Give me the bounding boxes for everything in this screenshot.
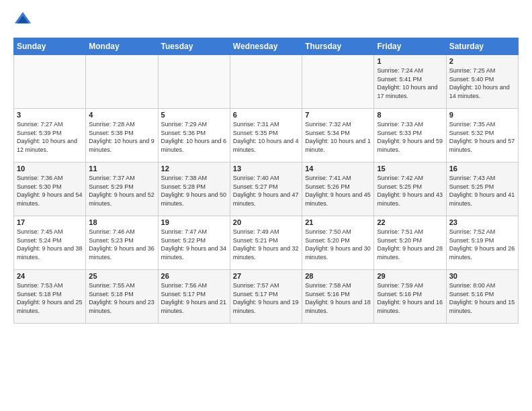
- day-info: Sunrise: 7:41 AM Sunset: 5:26 PM Dayligh…: [305, 174, 371, 208]
- day-cell: 24Sunrise: 7:53 AM Sunset: 5:18 PM Dayli…: [14, 270, 86, 324]
- day-info: Sunrise: 7:57 AM Sunset: 5:17 PM Dayligh…: [233, 281, 299, 315]
- day-number: 19: [161, 218, 227, 226]
- day-info: Sunrise: 7:53 AM Sunset: 5:18 PM Dayligh…: [17, 281, 83, 315]
- day-cell: [86, 55, 158, 109]
- day-number: 28: [305, 272, 371, 280]
- day-info: Sunrise: 7:40 AM Sunset: 5:27 PM Dayligh…: [233, 174, 299, 208]
- day-cell: 7Sunrise: 7:32 AM Sunset: 5:34 PM Daylig…: [302, 109, 374, 163]
- day-number: 5: [161, 111, 227, 119]
- day-info: Sunrise: 7:50 AM Sunset: 5:20 PM Dayligh…: [305, 228, 371, 261]
- day-info: Sunrise: 7:55 AM Sunset: 5:18 PM Dayligh…: [89, 281, 154, 315]
- day-cell: [302, 55, 374, 109]
- logo-icon: [13, 11, 32, 30]
- day-number: 14: [305, 165, 371, 173]
- day-cell: 12Sunrise: 7:38 AM Sunset: 5:28 PM Dayli…: [158, 163, 230, 216]
- day-cell: 9Sunrise: 7:35 AM Sunset: 5:32 PM Daylig…: [446, 109, 518, 163]
- day-number: 26: [161, 272, 227, 280]
- day-cell: 13Sunrise: 7:40 AM Sunset: 5:27 PM Dayli…: [230, 163, 302, 216]
- day-cell: 22Sunrise: 7:51 AM Sunset: 5:20 PM Dayli…: [374, 216, 446, 270]
- day-info: Sunrise: 7:29 AM Sunset: 5:36 PM Dayligh…: [161, 120, 227, 154]
- day-cell: 10Sunrise: 7:36 AM Sunset: 5:30 PM Dayli…: [14, 163, 86, 216]
- calendar-header: SundayMondayTuesdayWednesdayThursdayFrid…: [14, 38, 519, 55]
- day-info: Sunrise: 7:37 AM Sunset: 5:29 PM Dayligh…: [89, 174, 154, 208]
- day-cell: 6Sunrise: 7:31 AM Sunset: 5:35 PM Daylig…: [230, 109, 302, 163]
- day-cell: 27Sunrise: 7:57 AM Sunset: 5:17 PM Dayli…: [230, 270, 302, 324]
- day-number: 27: [233, 272, 299, 280]
- calendar-table: SundayMondayTuesdayWednesdayThursdayFrid…: [13, 38, 519, 324]
- calendar-body: 1Sunrise: 7:24 AM Sunset: 5:41 PM Daylig…: [14, 55, 519, 324]
- day-cell: 15Sunrise: 7:42 AM Sunset: 5:25 PM Dayli…: [374, 163, 446, 216]
- day-info: Sunrise: 7:31 AM Sunset: 5:35 PM Dayligh…: [233, 120, 299, 154]
- logo: [13, 11, 35, 30]
- week-row-2: 3Sunrise: 7:27 AM Sunset: 5:39 PM Daylig…: [14, 109, 519, 163]
- day-cell: [158, 55, 230, 109]
- week-row-5: 24Sunrise: 7:53 AM Sunset: 5:18 PM Dayli…: [14, 270, 519, 324]
- header-row: SundayMondayTuesdayWednesdayThursdayFrid…: [14, 38, 519, 55]
- header-cell-monday: Monday: [86, 38, 158, 55]
- day-info: Sunrise: 7:51 AM Sunset: 5:20 PM Dayligh…: [377, 228, 443, 261]
- day-number: 10: [17, 165, 83, 173]
- day-cell: 2Sunrise: 7:25 AM Sunset: 5:40 PM Daylig…: [446, 55, 518, 109]
- day-cell: 5Sunrise: 7:29 AM Sunset: 5:36 PM Daylig…: [158, 109, 230, 163]
- day-cell: 3Sunrise: 7:27 AM Sunset: 5:39 PM Daylig…: [14, 109, 86, 163]
- day-cell: 29Sunrise: 7:59 AM Sunset: 5:16 PM Dayli…: [374, 270, 446, 324]
- day-cell: [230, 55, 302, 109]
- day-cell: 18Sunrise: 7:46 AM Sunset: 5:23 PM Dayli…: [86, 216, 158, 270]
- day-info: Sunrise: 7:49 AM Sunset: 5:21 PM Dayligh…: [233, 228, 299, 261]
- day-cell: 4Sunrise: 7:28 AM Sunset: 5:38 PM Daylig…: [86, 109, 158, 163]
- day-number: 20: [233, 218, 299, 226]
- day-number: 2: [449, 57, 515, 65]
- day-cell: 14Sunrise: 7:41 AM Sunset: 5:26 PM Dayli…: [302, 163, 374, 216]
- day-info: Sunrise: 7:58 AM Sunset: 5:16 PM Dayligh…: [305, 281, 371, 315]
- day-number: 15: [377, 165, 443, 173]
- day-number: 30: [449, 272, 515, 280]
- day-info: Sunrise: 7:47 AM Sunset: 5:22 PM Dayligh…: [161, 228, 227, 261]
- header-cell-thursday: Thursday: [302, 38, 374, 55]
- day-number: 25: [89, 272, 154, 280]
- day-number: 9: [449, 111, 515, 119]
- day-cell: 19Sunrise: 7:47 AM Sunset: 5:22 PM Dayli…: [158, 216, 230, 270]
- day-info: Sunrise: 7:42 AM Sunset: 5:25 PM Dayligh…: [377, 174, 443, 208]
- day-number: 6: [233, 111, 299, 119]
- day-info: Sunrise: 7:43 AM Sunset: 5:25 PM Dayligh…: [449, 174, 515, 208]
- day-number: 17: [17, 218, 83, 226]
- day-number: 11: [89, 165, 154, 173]
- day-number: 23: [449, 218, 515, 226]
- day-number: 22: [377, 218, 443, 226]
- week-row-4: 17Sunrise: 7:45 AM Sunset: 5:24 PM Dayli…: [14, 216, 519, 270]
- day-info: Sunrise: 7:33 AM Sunset: 5:33 PM Dayligh…: [377, 120, 443, 154]
- day-cell: [14, 55, 86, 109]
- day-cell: 26Sunrise: 7:56 AM Sunset: 5:17 PM Dayli…: [158, 270, 230, 324]
- day-info: Sunrise: 7:28 AM Sunset: 5:38 PM Dayligh…: [89, 120, 154, 154]
- day-cell: 16Sunrise: 7:43 AM Sunset: 5:25 PM Dayli…: [446, 163, 518, 216]
- day-cell: 20Sunrise: 7:49 AM Sunset: 5:21 PM Dayli…: [230, 216, 302, 270]
- day-cell: 25Sunrise: 7:55 AM Sunset: 5:18 PM Dayli…: [86, 270, 158, 324]
- day-number: 4: [89, 111, 154, 119]
- day-cell: 23Sunrise: 7:52 AM Sunset: 5:19 PM Dayli…: [446, 216, 518, 270]
- day-number: 24: [17, 272, 83, 280]
- page: SundayMondayTuesdayWednesdayThursdayFrid…: [0, 0, 532, 330]
- day-number: 1: [377, 57, 443, 65]
- day-info: Sunrise: 7:59 AM Sunset: 5:16 PM Dayligh…: [377, 281, 443, 315]
- day-number: 12: [161, 165, 227, 173]
- day-info: Sunrise: 7:24 AM Sunset: 5:41 PM Dayligh…: [377, 66, 443, 100]
- day-info: Sunrise: 7:38 AM Sunset: 5:28 PM Dayligh…: [161, 174, 227, 208]
- day-cell: 21Sunrise: 7:50 AM Sunset: 5:20 PM Dayli…: [302, 216, 374, 270]
- day-info: Sunrise: 7:35 AM Sunset: 5:32 PM Dayligh…: [449, 120, 515, 154]
- day-cell: 28Sunrise: 7:58 AM Sunset: 5:16 PM Dayli…: [302, 270, 374, 324]
- day-cell: 30Sunrise: 8:00 AM Sunset: 5:16 PM Dayli…: [446, 270, 518, 324]
- header-cell-tuesday: Tuesday: [158, 38, 230, 55]
- day-number: 18: [89, 218, 154, 226]
- header: [13, 11, 519, 30]
- day-cell: 8Sunrise: 7:33 AM Sunset: 5:33 PM Daylig…: [374, 109, 446, 163]
- day-number: 29: [377, 272, 443, 280]
- day-info: Sunrise: 7:45 AM Sunset: 5:24 PM Dayligh…: [17, 228, 83, 261]
- header-cell-saturday: Saturday: [446, 38, 518, 55]
- header-cell-sunday: Sunday: [14, 38, 86, 55]
- day-info: Sunrise: 8:00 AM Sunset: 5:16 PM Dayligh…: [449, 281, 515, 315]
- day-info: Sunrise: 7:52 AM Sunset: 5:19 PM Dayligh…: [449, 228, 515, 261]
- day-number: 21: [305, 218, 371, 226]
- day-info: Sunrise: 7:25 AM Sunset: 5:40 PM Dayligh…: [449, 66, 515, 100]
- day-info: Sunrise: 7:56 AM Sunset: 5:17 PM Dayligh…: [161, 281, 227, 315]
- week-row-3: 10Sunrise: 7:36 AM Sunset: 5:30 PM Dayli…: [14, 163, 519, 216]
